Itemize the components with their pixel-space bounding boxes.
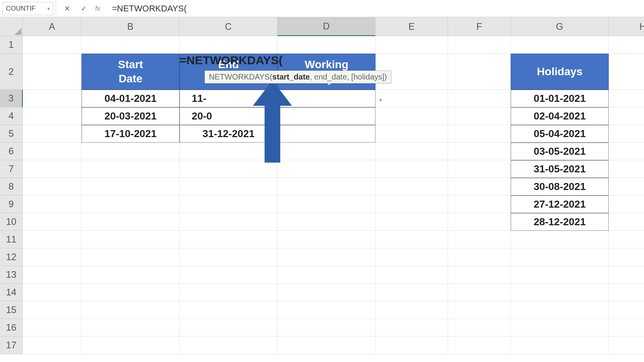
cell-C9[interactable] bbox=[180, 195, 278, 213]
cell-H3[interactable] bbox=[609, 90, 644, 107]
cell-H2[interactable] bbox=[609, 54, 644, 90]
cell-F4[interactable] bbox=[448, 107, 511, 125]
row-header-13[interactable]: 13 bbox=[0, 266, 23, 284]
row-header-1[interactable]: 1 bbox=[0, 36, 23, 54]
cell-B4[interactable]: 20-03-2021 bbox=[82, 107, 180, 125]
cell-C1[interactable] bbox=[180, 36, 278, 54]
cell-E3[interactable] bbox=[376, 90, 448, 107]
cell-G10[interactable]: 28-12-2021 bbox=[511, 213, 609, 231]
cell-D9[interactable] bbox=[278, 195, 376, 213]
cell-F12[interactable] bbox=[448, 248, 511, 266]
cell-H11[interactable] bbox=[609, 231, 644, 248]
cell-B7[interactable] bbox=[82, 160, 180, 178]
cell-G3[interactable]: 01-01-2021 bbox=[511, 90, 609, 107]
row-header-5[interactable]: 5 bbox=[0, 125, 23, 143]
cell-F11[interactable] bbox=[448, 231, 511, 248]
cell-B6[interactable] bbox=[82, 143, 180, 160]
cell-B10[interactable] bbox=[82, 213, 180, 231]
cell-E13[interactable] bbox=[376, 266, 448, 284]
cell-A17[interactable] bbox=[23, 337, 82, 354]
cell-H12[interactable] bbox=[609, 248, 644, 266]
cell-G1[interactable] bbox=[511, 36, 609, 54]
name-box-dropdown-icon[interactable]: ▼ bbox=[47, 6, 51, 11]
cell-F10[interactable] bbox=[448, 213, 511, 231]
cell-A2[interactable] bbox=[23, 54, 82, 90]
cell-F5[interactable] bbox=[448, 125, 511, 143]
cell-A5[interactable] bbox=[23, 125, 82, 143]
col-header-F[interactable]: F bbox=[448, 17, 511, 36]
cell-D13[interactable] bbox=[278, 266, 376, 284]
cell-B17[interactable] bbox=[82, 337, 180, 354]
row-header-3[interactable]: 3 bbox=[0, 90, 23, 107]
header-start-date[interactable]: Start Date bbox=[82, 54, 180, 90]
cell-C7[interactable] bbox=[180, 160, 278, 178]
cell-D3[interactable] bbox=[278, 90, 376, 107]
cell-B16[interactable] bbox=[82, 319, 180, 337]
cell-C8[interactable] bbox=[180, 178, 278, 195]
cell-E14[interactable] bbox=[376, 284, 448, 301]
col-header-B[interactable]: B bbox=[82, 17, 180, 36]
col-header-H[interactable]: H bbox=[609, 17, 644, 36]
col-header-D[interactable]: D bbox=[278, 17, 376, 36]
cell-E9[interactable] bbox=[376, 195, 448, 213]
cell-E11[interactable] bbox=[376, 231, 448, 248]
cell-H4[interactable] bbox=[609, 107, 644, 125]
cell-H13[interactable] bbox=[609, 266, 644, 284]
row-header-14[interactable]: 14 bbox=[0, 284, 23, 301]
cell-H6[interactable] bbox=[609, 143, 644, 160]
cell-C14[interactable] bbox=[180, 284, 278, 301]
cell-D5[interactable] bbox=[278, 125, 376, 143]
cell-E5[interactable] bbox=[376, 125, 448, 143]
fx-label[interactable]: fx bbox=[93, 5, 105, 12]
row-header-4[interactable]: 4 bbox=[0, 107, 23, 125]
cell-B9[interactable] bbox=[82, 195, 180, 213]
row-header-17[interactable]: 17 bbox=[0, 337, 23, 354]
cell-G17[interactable] bbox=[511, 337, 609, 354]
cell-H7[interactable] bbox=[609, 160, 644, 178]
row-header-16[interactable]: 16 bbox=[0, 319, 23, 337]
cell-F1[interactable] bbox=[448, 36, 511, 54]
cell-C15[interactable] bbox=[180, 301, 278, 319]
cell-A16[interactable] bbox=[23, 319, 82, 337]
row-header-7[interactable]: 7 bbox=[0, 160, 23, 178]
cell-E17[interactable] bbox=[376, 337, 448, 354]
cell-D8[interactable] bbox=[278, 178, 376, 195]
row-header-11[interactable]: 11 bbox=[0, 231, 23, 248]
cell-C13[interactable] bbox=[180, 266, 278, 284]
cell-C17[interactable] bbox=[180, 337, 278, 354]
cell-F8[interactable] bbox=[448, 178, 511, 195]
cell-A10[interactable] bbox=[23, 213, 82, 231]
cell-F15[interactable] bbox=[448, 301, 511, 319]
col-header-A[interactable]: A bbox=[23, 17, 82, 36]
cell-E6[interactable] bbox=[376, 143, 448, 160]
cell-D7[interactable] bbox=[278, 160, 376, 178]
cell-G7[interactable]: 31-05-2021 bbox=[511, 160, 609, 178]
cell-G6[interactable]: 03-05-2021 bbox=[511, 143, 609, 160]
row-header-2[interactable]: 2 bbox=[0, 54, 23, 90]
cell-G16[interactable] bbox=[511, 319, 609, 337]
cell-G11[interactable] bbox=[511, 231, 609, 248]
cell-E7[interactable] bbox=[376, 160, 448, 178]
cell-C11[interactable] bbox=[180, 231, 278, 248]
cell-E12[interactable] bbox=[376, 248, 448, 266]
cell-F2[interactable] bbox=[448, 54, 511, 90]
row-header-12[interactable]: 12 bbox=[0, 248, 23, 266]
cell-D6[interactable] bbox=[278, 143, 376, 160]
cell-H9[interactable] bbox=[609, 195, 644, 213]
cell-F6[interactable] bbox=[448, 143, 511, 160]
cell-C12[interactable] bbox=[180, 248, 278, 266]
cell-G15[interactable] bbox=[511, 301, 609, 319]
cell-D10[interactable] bbox=[278, 213, 376, 231]
cell-F14[interactable] bbox=[448, 284, 511, 301]
cell-G12[interactable] bbox=[511, 248, 609, 266]
cell-D4[interactable] bbox=[278, 107, 376, 125]
tooltip-active-arg[interactable]: start_date bbox=[272, 72, 310, 81]
cell-G14[interactable] bbox=[511, 284, 609, 301]
cell-A12[interactable] bbox=[23, 248, 82, 266]
cell-B8[interactable] bbox=[82, 178, 180, 195]
cell-H5[interactable] bbox=[609, 125, 644, 143]
cell-E15[interactable] bbox=[376, 301, 448, 319]
cell-A1[interactable] bbox=[23, 36, 82, 54]
cell-D15[interactable] bbox=[278, 301, 376, 319]
cell-B14[interactable] bbox=[82, 284, 180, 301]
